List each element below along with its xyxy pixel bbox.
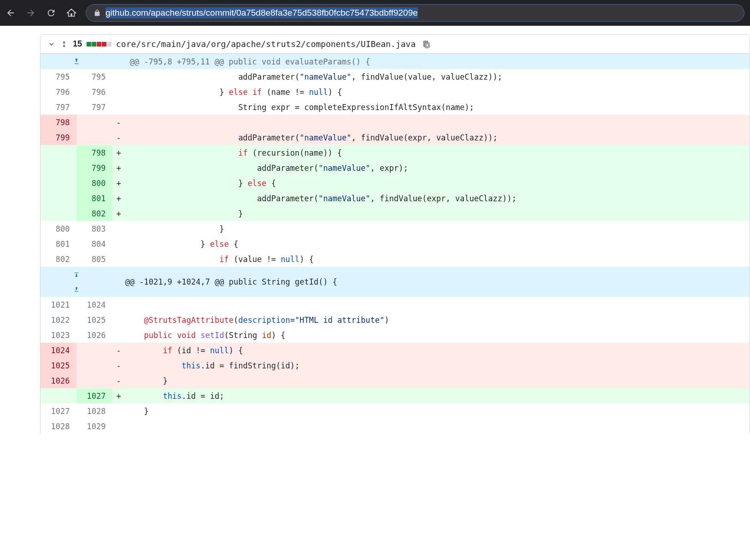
- add-square: [92, 42, 96, 47]
- url-text: github.com/apache/struts/commit/0a75d8e8…: [105, 7, 418, 18]
- diff-table: @@ -795,8 +795,11 @@ public void evaluat…: [40, 54, 750, 434]
- back-icon[interactable]: [6, 8, 16, 18]
- diff-stat-squares: [87, 42, 111, 47]
- code-line: 802 805 if (value != null) {: [41, 251, 750, 267]
- deleted-line: 1024 - if (id != null) {: [41, 343, 750, 358]
- deleted-line: 799 - addParameter("nameValue", findValu…: [41, 130, 750, 145]
- added-line: 802 + }: [41, 206, 750, 221]
- lock-icon: [94, 9, 101, 17]
- code-line: 1022 1025 @StrutsTagAttribute(descriptio…: [41, 312, 750, 327]
- expand-between: @@ -1021,9 +1024,7 @@ public String getI…: [41, 267, 750, 282]
- added-line: 801 + addParameter("nameValue", findValu…: [41, 191, 750, 206]
- code-line: 1028 1029: [41, 419, 750, 434]
- expand-all-icon[interactable]: [60, 40, 68, 48]
- code-line: 797 797 String expr = completeExpression…: [41, 99, 750, 115]
- file-path[interactable]: core/src/main/java/org/apache/struts2/co…: [116, 39, 416, 49]
- neutral-square: [107, 42, 111, 47]
- browser-toolbar: github.com/apache/struts/commit/0a75d8e8…: [0, 0, 750, 26]
- add-square: [87, 42, 91, 47]
- added-line: 800 + } else {: [41, 175, 750, 191]
- unfold-up-icon: [72, 286, 81, 292]
- expand-up[interactable]: [41, 282, 112, 297]
- unfold-up-icon: [72, 57, 81, 65]
- hunk-text: @@ -795,8 +795,11 @@ public void evaluat…: [125, 54, 750, 69]
- hunk-header: @@ -795,8 +795,11 @@ public void evaluat…: [41, 54, 750, 69]
- copy-icon[interactable]: [422, 40, 430, 48]
- added-line: 798 + if (recursion(name)) {: [41, 145, 750, 160]
- expand-up[interactable]: [41, 54, 112, 69]
- added-line: 1027 + this.id = id;: [41, 388, 750, 403]
- nav-buttons: [6, 8, 76, 18]
- code: addParameter("nameValue", findValue(valu…: [125, 69, 750, 84]
- code-line: 801 804 } else {: [41, 236, 750, 251]
- change-count: 15: [73, 39, 82, 49]
- expand-down[interactable]: [41, 267, 112, 282]
- code-line: 800 803 }: [41, 221, 750, 236]
- unfold-down-icon: [72, 272, 81, 278]
- del-square: [97, 42, 101, 47]
- code-line: 1027 1028 }: [41, 403, 750, 419]
- added-line: 799 + addParameter("nameValue", expr);: [41, 160, 750, 175]
- code-line: 1023 1026 public void setId(String id) {: [41, 327, 750, 343]
- deleted-line: 1026 - }: [41, 373, 750, 388]
- url-bar[interactable]: github.com/apache/struts/commit/0a75d8e8…: [86, 4, 744, 22]
- diff-content: 15 core/src/main/java/org/apache/struts2…: [0, 34, 750, 434]
- deleted-line: 1025 - this.id = findString(id);: [41, 358, 750, 373]
- code-line: 795 795 addParameter("nameValue", findVa…: [41, 69, 750, 84]
- forward-icon[interactable]: [26, 8, 36, 18]
- chevron-down-icon[interactable]: [48, 41, 55, 48]
- reload-icon[interactable]: [46, 8, 56, 18]
- hunk-text: @@ -1021,9 +1024,7 @@ public String getI…: [125, 267, 750, 297]
- old-lineno[interactable]: 795: [41, 69, 76, 84]
- file-header: 15 core/src/main/java/org/apache/struts2…: [40, 34, 750, 54]
- new-lineno[interactable]: 795: [76, 69, 112, 84]
- deleted-line: 798 -: [41, 115, 750, 130]
- code-line: 1021 1024: [41, 297, 750, 312]
- del-square: [102, 42, 106, 47]
- home-icon[interactable]: [66, 8, 76, 18]
- code-line: 796 796 } else if (name != null) {: [41, 84, 750, 99]
